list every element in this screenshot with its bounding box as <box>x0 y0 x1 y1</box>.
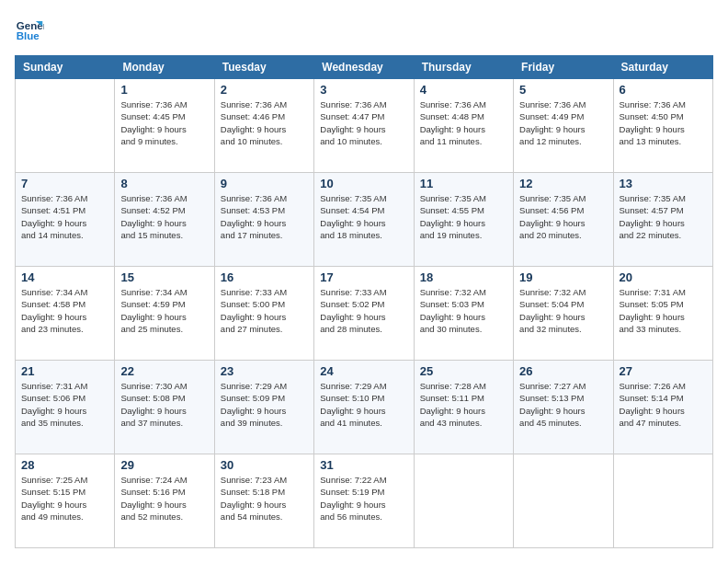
day-number: 19 <box>519 270 607 284</box>
day-number: 24 <box>320 364 407 378</box>
day-info: Sunrise: 7:36 AMSunset: 4:51 PMDaylight:… <box>21 192 108 241</box>
calendar-cell-4-3: 23Sunrise: 7:29 AMSunset: 5:09 PMDayligh… <box>214 361 313 454</box>
calendar-cell-1-4: 3Sunrise: 7:36 AMSunset: 4:47 PMDaylight… <box>314 79 414 173</box>
calendar-cell-4-1: 21Sunrise: 7:31 AMSunset: 5:06 PMDayligh… <box>16 361 115 454</box>
day-number: 6 <box>620 83 707 97</box>
day-number: 23 <box>221 364 308 378</box>
calendar-cell-3-2: 15Sunrise: 7:34 AMSunset: 4:59 PMDayligh… <box>115 267 214 361</box>
day-number: 31 <box>320 458 407 472</box>
day-number: 15 <box>120 270 208 284</box>
day-info: Sunrise: 7:35 AMSunset: 4:54 PMDaylight:… <box>320 192 407 241</box>
day-info: Sunrise: 7:36 AMSunset: 4:45 PMDaylight:… <box>120 98 208 147</box>
day-info: Sunrise: 7:34 AMSunset: 4:59 PMDaylight:… <box>120 286 208 335</box>
weekday-header-tuesday: Tuesday <box>214 56 313 79</box>
day-info: Sunrise: 7:32 AMSunset: 5:03 PMDaylight:… <box>420 286 507 335</box>
day-info: Sunrise: 7:36 AMSunset: 4:53 PMDaylight:… <box>221 192 308 241</box>
day-info: Sunrise: 7:32 AMSunset: 5:04 PMDaylight:… <box>519 286 607 335</box>
calendar-cell-4-5: 25Sunrise: 7:28 AMSunset: 5:11 PMDayligh… <box>414 361 513 454</box>
day-number: 22 <box>120 364 208 378</box>
calendar-cell-1-2: 1Sunrise: 7:36 AMSunset: 4:45 PMDaylight… <box>115 79 214 173</box>
day-info: Sunrise: 7:35 AMSunset: 4:55 PMDaylight:… <box>420 192 507 241</box>
day-number: 27 <box>620 364 707 378</box>
day-info: Sunrise: 7:29 AMSunset: 5:10 PMDaylight:… <box>320 380 407 429</box>
day-info: Sunrise: 7:25 AMSunset: 5:15 PMDaylight:… <box>21 474 108 523</box>
day-number: 26 <box>519 364 607 378</box>
day-number: 30 <box>221 458 308 472</box>
day-info: Sunrise: 7:30 AMSunset: 5:08 PMDaylight:… <box>120 380 208 429</box>
calendar-cell-3-1: 14Sunrise: 7:34 AMSunset: 4:58 PMDayligh… <box>16 267 115 361</box>
day-number: 10 <box>320 177 407 190</box>
day-info: Sunrise: 7:36 AMSunset: 4:52 PMDaylight:… <box>120 192 208 241</box>
day-info: Sunrise: 7:36 AMSunset: 4:46 PMDaylight:… <box>221 98 308 147</box>
calendar-cell-4-6: 26Sunrise: 7:27 AMSunset: 5:13 PMDayligh… <box>514 361 613 454</box>
day-info: Sunrise: 7:22 AMSunset: 5:19 PMDaylight:… <box>320 474 407 523</box>
calendar-cell-2-5: 11Sunrise: 7:35 AMSunset: 4:55 PMDayligh… <box>414 173 513 267</box>
day-number: 21 <box>21 364 108 378</box>
day-number: 18 <box>420 270 507 284</box>
day-number: 14 <box>21 270 108 284</box>
day-number: 5 <box>519 83 607 97</box>
weekday-header-wednesday: Wednesday <box>314 56 414 79</box>
calendar-cell-5-6 <box>514 454 613 548</box>
calendar-cell-4-4: 24Sunrise: 7:29 AMSunset: 5:10 PMDayligh… <box>314 361 414 454</box>
calendar-cell-2-3: 9Sunrise: 7:36 AMSunset: 4:53 PMDaylight… <box>214 173 313 267</box>
day-info: Sunrise: 7:33 AMSunset: 5:02 PMDaylight:… <box>320 286 407 335</box>
day-number: 20 <box>620 270 707 284</box>
calendar-cell-1-1 <box>16 79 115 173</box>
weekday-header-monday: Monday <box>115 56 214 79</box>
weekday-header-thursday: Thursday <box>414 56 513 79</box>
day-number: 29 <box>120 458 208 472</box>
day-info: Sunrise: 7:36 AMSunset: 4:48 PMDaylight:… <box>420 98 507 147</box>
weekday-header-friday: Friday <box>514 56 613 79</box>
calendar-cell-4-2: 22Sunrise: 7:30 AMSunset: 5:08 PMDayligh… <box>115 361 214 454</box>
calendar-cell-1-5: 4Sunrise: 7:36 AMSunset: 4:48 PMDaylight… <box>414 79 513 173</box>
day-info: Sunrise: 7:34 AMSunset: 4:58 PMDaylight:… <box>21 286 108 335</box>
calendar-cell-1-6: 5Sunrise: 7:36 AMSunset: 4:49 PMDaylight… <box>514 79 613 173</box>
day-number: 4 <box>420 83 507 97</box>
day-info: Sunrise: 7:23 AMSunset: 5:18 PMDaylight:… <box>221 474 308 523</box>
calendar-cell-3-3: 16Sunrise: 7:33 AMSunset: 5:00 PMDayligh… <box>214 267 313 361</box>
day-number: 3 <box>320 83 407 97</box>
day-number: 11 <box>420 177 507 190</box>
day-info: Sunrise: 7:36 AMSunset: 4:49 PMDaylight:… <box>519 98 607 147</box>
day-number: 2 <box>221 83 308 97</box>
day-number: 17 <box>320 270 407 284</box>
day-info: Sunrise: 7:26 AMSunset: 5:14 PMDaylight:… <box>620 380 707 429</box>
weekday-header-sunday: Sunday <box>16 56 115 79</box>
day-number: 9 <box>221 177 308 190</box>
day-info: Sunrise: 7:36 AMSunset: 4:50 PMDaylight:… <box>620 98 707 147</box>
day-info: Sunrise: 7:31 AMSunset: 5:05 PMDaylight:… <box>620 286 707 335</box>
day-number: 7 <box>21 177 108 190</box>
weekday-header-saturday: Saturday <box>613 56 712 79</box>
logo: General Blue <box>15 15 44 44</box>
day-info: Sunrise: 7:35 AMSunset: 4:56 PMDaylight:… <box>519 192 607 241</box>
calendar-cell-5-4: 31Sunrise: 7:22 AMSunset: 5:19 PMDayligh… <box>314 454 414 548</box>
svg-text:Blue: Blue <box>17 30 40 41</box>
calendar-cell-1-3: 2Sunrise: 7:36 AMSunset: 4:46 PMDaylight… <box>214 79 313 173</box>
calendar-cell-3-7: 20Sunrise: 7:31 AMSunset: 5:05 PMDayligh… <box>613 267 712 361</box>
day-number: 25 <box>420 364 507 378</box>
day-number: 12 <box>519 177 607 190</box>
day-info: Sunrise: 7:27 AMSunset: 5:13 PMDaylight:… <box>519 380 607 429</box>
calendar-cell-5-7 <box>613 454 712 548</box>
calendar-cell-3-4: 17Sunrise: 7:33 AMSunset: 5:02 PMDayligh… <box>314 267 414 361</box>
calendar-cell-5-3: 30Sunrise: 7:23 AMSunset: 5:18 PMDayligh… <box>214 454 313 548</box>
day-number: 13 <box>620 177 707 190</box>
day-number: 16 <box>221 270 308 284</box>
calendar-cell-3-6: 19Sunrise: 7:32 AMSunset: 5:04 PMDayligh… <box>514 267 613 361</box>
day-number: 28 <box>21 458 108 472</box>
day-info: Sunrise: 7:36 AMSunset: 4:47 PMDaylight:… <box>320 98 407 147</box>
calendar-cell-5-1: 28Sunrise: 7:25 AMSunset: 5:15 PMDayligh… <box>16 454 115 548</box>
day-info: Sunrise: 7:31 AMSunset: 5:06 PMDaylight:… <box>21 380 108 429</box>
calendar-cell-2-6: 12Sunrise: 7:35 AMSunset: 4:56 PMDayligh… <box>514 173 613 267</box>
day-info: Sunrise: 7:35 AMSunset: 4:57 PMDaylight:… <box>620 192 707 241</box>
day-info: Sunrise: 7:33 AMSunset: 5:00 PMDaylight:… <box>221 286 308 335</box>
calendar-cell-4-7: 27Sunrise: 7:26 AMSunset: 5:14 PMDayligh… <box>613 361 712 454</box>
day-number: 8 <box>120 177 208 190</box>
calendar: SundayMondayTuesdayWednesdayThursdayFrid… <box>15 55 713 548</box>
calendar-cell-2-7: 13Sunrise: 7:35 AMSunset: 4:57 PMDayligh… <box>613 173 712 267</box>
calendar-cell-5-2: 29Sunrise: 7:24 AMSunset: 5:16 PMDayligh… <box>115 454 214 548</box>
day-info: Sunrise: 7:29 AMSunset: 5:09 PMDaylight:… <box>221 380 308 429</box>
calendar-cell-2-1: 7Sunrise: 7:36 AMSunset: 4:51 PMDaylight… <box>16 173 115 267</box>
day-info: Sunrise: 7:28 AMSunset: 5:11 PMDaylight:… <box>420 380 507 429</box>
